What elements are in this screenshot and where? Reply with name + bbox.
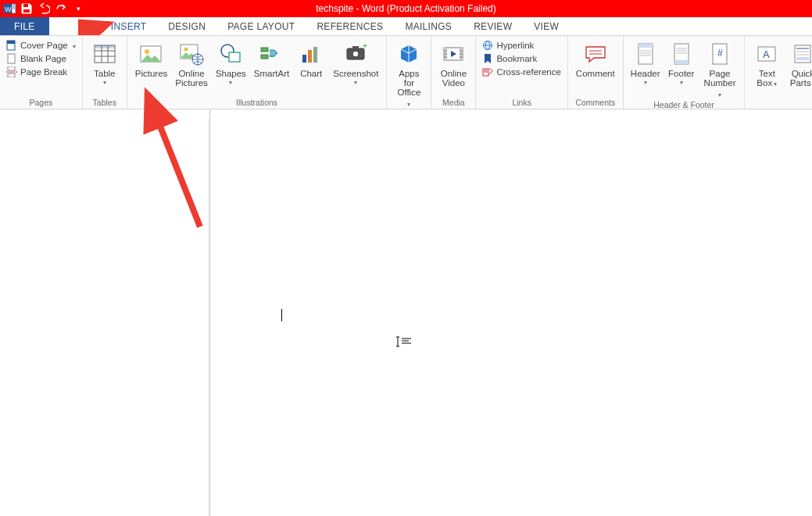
group-links: Hyperlink Bookmark Cross-reference Links (476, 36, 567, 109)
footer-icon (668, 41, 695, 67)
group-text: A TextBox ▾ QuickParts ▾ A WordAr ▾ (745, 36, 812, 109)
cross-reference-button[interactable]: Cross-reference (481, 66, 562, 78)
svg-point-23 (184, 48, 188, 52)
header-icon (632, 41, 659, 67)
document-page[interactable] (210, 117, 812, 516)
group-label-links: Links (481, 98, 562, 109)
svg-rect-31 (313, 47, 317, 63)
undo-icon[interactable] (38, 2, 50, 15)
comment-button[interactable]: Comment (573, 38, 618, 78)
svg-rect-26 (229, 52, 240, 62)
svg-rect-6 (23, 4, 28, 7)
cover-page-button[interactable]: Cover Page (5, 39, 77, 52)
group-label-pages: Pages (5, 98, 77, 109)
group-media: OnlineVideo Media (431, 36, 476, 109)
page-break-button[interactable]: Page Break (5, 66, 77, 78)
svg-rect-71 (796, 57, 809, 60)
pictures-button[interactable]: Pictures (132, 38, 171, 78)
svg-text:A: A (763, 48, 770, 60)
quick-parts-button[interactable]: QuickParts ▾ (785, 38, 812, 89)
tab-design[interactable]: DESIGN (157, 17, 216, 35)
page-number-button[interactable]: # PageNumber ▾ (700, 38, 740, 100)
svg-text:+: + (363, 41, 367, 50)
document-workspace[interactable] (0, 109, 812, 516)
svg-rect-29 (302, 55, 306, 63)
screenshot-button[interactable]: + Screenshot ▾ (330, 38, 381, 86)
hyperlink-button[interactable]: Hyperlink (481, 39, 562, 52)
tab-insert[interactable]: INSERT (100, 17, 158, 35)
group-label-illustrations: Illustrations (132, 98, 382, 109)
shapes-button[interactable]: Shapes ▾ (213, 38, 249, 86)
tab-mailings[interactable]: MAILINGS (394, 17, 463, 35)
group-illustrations: Pictures OnlinePictures Shapes ▾ SmartAr… (127, 36, 388, 109)
page-number-icon: # (706, 41, 733, 67)
cover-page-icon (6, 40, 17, 51)
comment-icon (582, 41, 609, 67)
save-icon[interactable] (20, 2, 33, 15)
table-button[interactable]: Table ▾ (88, 38, 122, 86)
svg-rect-54 (639, 44, 653, 48)
tab-page-layout[interactable]: PAGE LAYOUT (216, 17, 306, 35)
svg-rect-28 (261, 55, 268, 59)
ibeam-pointer-icon (395, 336, 413, 350)
header-button[interactable]: Header ▾ (628, 38, 663, 86)
video-icon (440, 41, 467, 67)
group-comments: Comment Comments (568, 36, 624, 109)
qat-dropdown-icon[interactable]: ▾ (72, 2, 84, 15)
svg-rect-27 (261, 48, 268, 52)
footer-button[interactable]: Footer ▾ (664, 38, 699, 86)
smartart-button[interactable]: SmartArt (251, 38, 292, 78)
word-app-icon: W (3, 2, 16, 15)
cross-reference-icon (482, 66, 493, 77)
text-box-button[interactable]: A TextBox ▾ (749, 38, 784, 89)
online-video-button[interactable]: OnlineVideo (436, 38, 470, 88)
group-label-media: Media (436, 98, 470, 109)
svg-rect-7 (23, 9, 30, 13)
svg-rect-19 (95, 45, 115, 48)
bookmark-button[interactable]: Bookmark (481, 52, 562, 65)
ribbon: Cover Page Blank Page Page Break Pages T… (0, 36, 812, 109)
svg-rect-30 (308, 50, 312, 63)
svg-rect-10 (8, 54, 15, 63)
pictures-icon (138, 41, 165, 67)
svg-rect-59 (674, 60, 689, 64)
chart-button[interactable]: Chart (294, 38, 328, 78)
table-icon (91, 41, 118, 67)
apps-icon (395, 41, 422, 67)
svg-point-33 (352, 51, 359, 57)
group-pages: Cover Page Blank Page Page Break Pages (0, 36, 83, 109)
redo-icon[interactable] (55, 2, 67, 15)
group-header-footer: Header ▾ Footer ▾ # PageNumber ▾ Header … (624, 36, 746, 109)
svg-point-21 (145, 49, 149, 54)
hyperlink-icon (482, 40, 493, 51)
blank-page-button[interactable]: Blank Page (5, 52, 77, 65)
tab-review[interactable]: REVIEW (463, 17, 523, 35)
group-label-text (749, 98, 812, 109)
tab-references[interactable]: REFERENCES (306, 17, 394, 35)
ribbon-tabs: FILE HOMEME INSERT DESIGN PAGE LAYOUT RE… (0, 17, 812, 36)
screenshot-icon: + (342, 41, 369, 67)
svg-rect-9 (7, 41, 15, 44)
group-label-tables: Tables (88, 98, 122, 109)
svg-text:#: # (717, 48, 723, 59)
text-box-icon: A (753, 41, 780, 67)
group-apps: Apps forOffice ▾ Apps (387, 36, 431, 109)
apps-for-office-button[interactable]: Apps forOffice ▾ (392, 38, 426, 109)
bookmark-icon (482, 53, 493, 64)
page-break-icon (6, 66, 17, 77)
svg-rect-11 (8, 66, 15, 70)
online-pictures-button[interactable]: OnlinePictures (172, 38, 211, 88)
shapes-icon (217, 41, 244, 67)
smartart-icon (259, 41, 285, 67)
blank-page-icon (6, 53, 17, 64)
tab-file[interactable]: FILE (0, 17, 49, 35)
tab-home[interactable]: HOMEME (49, 17, 100, 35)
svg-rect-34 (352, 46, 359, 49)
svg-rect-12 (8, 73, 15, 77)
tab-view[interactable]: VIEW (523, 17, 570, 35)
window-title: techspite - Word (Product Activation Fai… (0, 3, 812, 14)
chart-icon (298, 41, 324, 67)
quick-parts-icon (789, 41, 812, 67)
text-caret (281, 309, 282, 321)
online-pictures-icon (178, 41, 205, 67)
